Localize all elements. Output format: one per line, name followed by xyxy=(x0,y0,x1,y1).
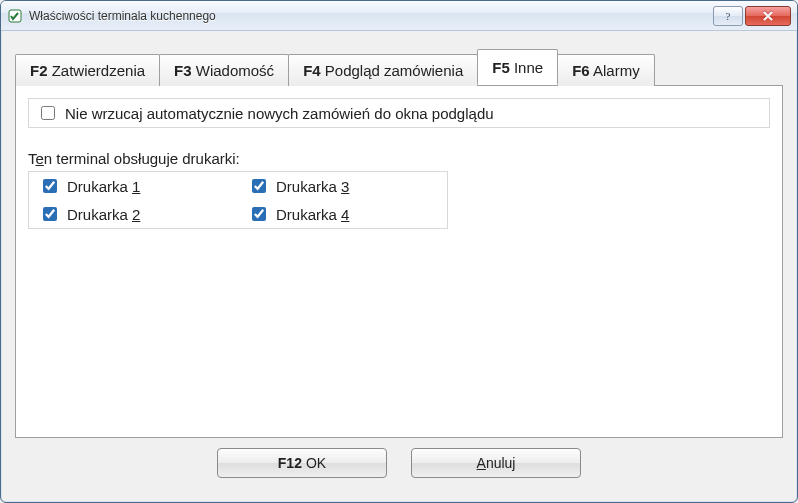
tab-alarmy[interactable]: F6 Alarmy xyxy=(557,54,655,86)
tabstrip: F2 Zatwierdzenia F3 Wiadomość F4 Podgląd… xyxy=(15,49,783,85)
tab-podglad-zamowienia[interactable]: F4 Podgląd zamówienia xyxy=(288,54,478,86)
checkbox-drukarka-4[interactable]: Drukarka 4 xyxy=(238,200,447,228)
svg-text:?: ? xyxy=(726,10,731,22)
tab-inne[interactable]: F5 Inne xyxy=(477,49,558,85)
printers-section-label: Ten terminal obsługuje drukarki: xyxy=(28,150,770,167)
checkbox-drukarka-3-input[interactable] xyxy=(252,179,266,193)
checkbox-drukarka-2-input[interactable] xyxy=(43,207,57,221)
dialog-window: Właściwości terminala kuchennego ? F2 Za… xyxy=(0,0,798,503)
help-button[interactable]: ? xyxy=(713,6,743,26)
checkbox-dont-throw-in[interactable]: Nie wrzucaj automatycznie nowych zamówie… xyxy=(28,98,770,128)
ok-button[interactable]: F12 OK xyxy=(217,448,387,478)
checkbox-drukarka-4-input[interactable] xyxy=(252,207,266,221)
app-icon xyxy=(7,8,23,24)
dialog-buttons: F12 OK Anuluj xyxy=(15,438,783,492)
titlebar[interactable]: Właściwości terminala kuchennego ? xyxy=(1,1,797,31)
close-button[interactable] xyxy=(745,6,791,26)
window-title: Właściwości terminala kuchennego xyxy=(29,9,713,23)
checkbox-drukarka-1[interactable]: Drukarka 1 xyxy=(29,172,238,200)
client-area: F2 Zatwierdzenia F3 Wiadomość F4 Podgląd… xyxy=(1,31,797,502)
checkbox-drukarka-2[interactable]: Drukarka 2 xyxy=(29,200,238,228)
printer-grid: Drukarka 1 Drukarka 3 Drukarka 2 Drukark… xyxy=(28,171,448,229)
cancel-button[interactable]: Anuluj xyxy=(411,448,581,478)
checkbox-dont-throw-in-label: Nie wrzucaj automatycznie nowych zamówie… xyxy=(65,105,494,122)
checkbox-dont-throw-in-input[interactable] xyxy=(41,106,55,120)
checkbox-drukarka-3[interactable]: Drukarka 3 xyxy=(238,172,447,200)
window-controls: ? xyxy=(713,6,791,26)
tabpanel-inne: Nie wrzucaj automatycznie nowych zamówie… xyxy=(15,85,783,438)
tab-zatwierdzenia[interactable]: F2 Zatwierdzenia xyxy=(15,54,160,86)
checkbox-drukarka-1-input[interactable] xyxy=(43,179,57,193)
tab-wiadomosc[interactable]: F3 Wiadomość xyxy=(159,54,289,86)
